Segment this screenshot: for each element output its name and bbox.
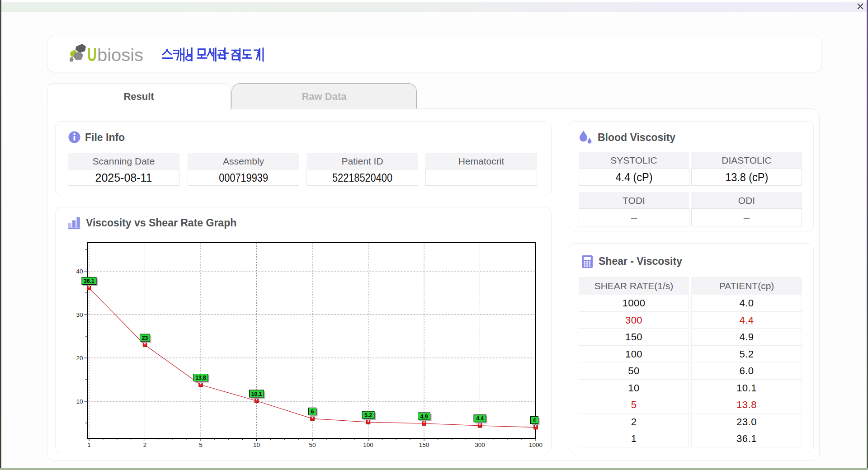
svg-text:23: 23 (142, 335, 148, 341)
svg-text:10: 10 (76, 398, 83, 405)
svg-text:20: 20 (76, 355, 83, 362)
svg-text:4.4: 4.4 (476, 415, 484, 422)
svg-text:U: U (87, 44, 97, 65)
svg-text:30: 30 (76, 311, 83, 318)
svg-text:1000: 1000 (529, 442, 542, 448)
svg-text:13.8: 13.8 (195, 375, 206, 381)
svg-text:10: 10 (253, 442, 260, 448)
svg-text:4.9: 4.9 (420, 414, 428, 420)
svg-text:5.2: 5.2 (364, 412, 372, 418)
svg-text:biosis: biosis (97, 45, 143, 65)
svg-text:36.1: 36.1 (84, 278, 94, 284)
svg-text:40: 40 (76, 268, 83, 275)
svg-text:6: 6 (311, 409, 314, 415)
svg-text:4: 4 (533, 417, 536, 423)
svg-text:100: 100 (363, 442, 373, 448)
svg-text:1: 1 (87, 442, 91, 448)
svg-text:300: 300 (475, 442, 485, 448)
svg-text:50: 50 (309, 442, 316, 448)
svg-text:10.1: 10.1 (251, 391, 262, 397)
svg-text:2: 2 (143, 442, 147, 448)
svg-text:5: 5 (199, 442, 203, 448)
svg-text:150: 150 (419, 442, 429, 448)
